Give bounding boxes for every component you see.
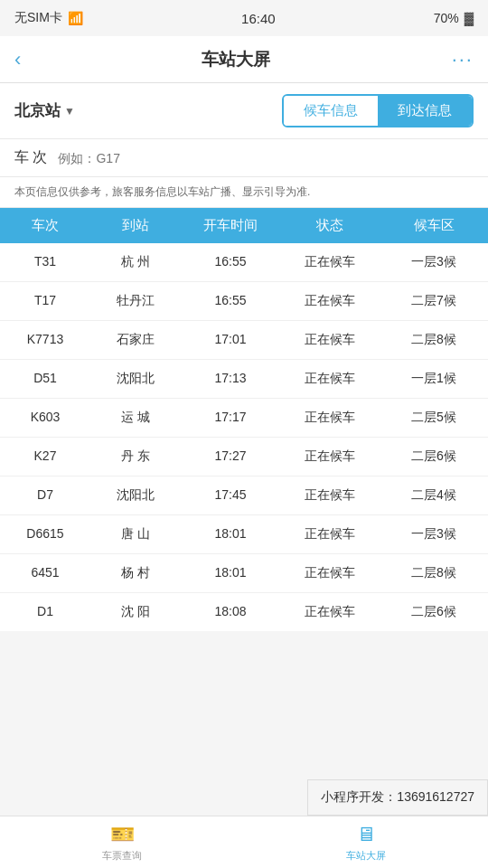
cell-time: 17:13: [181, 371, 280, 387]
cell-train: T17: [0, 293, 90, 309]
cell-destination: 杭 州: [90, 254, 181, 270]
cell-train: D1: [0, 604, 90, 620]
table-row: K27 丹 东 17:27 正在候车 二层6候: [0, 438, 488, 476]
cell-status: 正在候车: [280, 254, 380, 270]
tab-group: 候车信息 到达信息: [282, 94, 474, 127]
tab-arrival[interactable]: 到达信息: [378, 96, 472, 126]
cell-status: 正在候车: [280, 604, 380, 620]
cell-zone: 二层8候: [380, 565, 488, 581]
cell-destination: 沈 阳: [90, 604, 181, 620]
table-row: 6451 杨 村 18:01 正在候车 二层8候: [0, 554, 488, 593]
cell-zone: 一层3候: [380, 254, 488, 270]
cell-train: D7: [0, 487, 90, 504]
header-zone: 候车区: [380, 217, 488, 234]
nav-station-label: 车站大屏: [346, 849, 386, 863]
carrier-label: 无SIM卡: [14, 10, 62, 26]
status-time: 16:40: [241, 11, 276, 26]
cell-destination: 沈阳北: [90, 371, 181, 387]
cell-train: K7713: [0, 332, 90, 348]
search-row: 车 次: [0, 139, 488, 177]
nav-ticket[interactable]: 🎫 车票查询: [0, 816, 244, 868]
cell-destination: 唐 山: [90, 526, 181, 542]
cell-train: D51: [0, 371, 90, 387]
back-button[interactable]: ‹: [14, 48, 21, 71]
cell-zone: 二层6候: [380, 604, 488, 620]
cell-destination: 石家庄: [90, 332, 181, 348]
battery-icon: ▓: [465, 11, 474, 25]
cell-train: 6451: [0, 565, 90, 581]
tab-waiting[interactable]: 候车信息: [284, 96, 378, 126]
table-row: T31 杭 州 16:55 正在候车 一层3候: [0, 243, 488, 282]
cell-time: 17:45: [181, 487, 280, 504]
cell-destination: 杨 村: [90, 565, 181, 581]
cell-destination: 丹 东: [90, 448, 181, 465]
cell-status: 正在候车: [280, 565, 380, 581]
cell-train: K603: [0, 410, 90, 426]
promo-text: 小程序开发：13691612727: [321, 789, 474, 804]
table-row: D7 沈阳北 17:45 正在候车 二层4候: [0, 476, 488, 515]
cell-status: 正在候车: [280, 332, 380, 348]
notice-text: 本页信息仅供参考，旅客服务信息以车站广播、显示引导为准.: [14, 185, 310, 198]
status-left: 无SIM卡 📶: [14, 10, 83, 26]
cell-status: 正在候车: [280, 371, 380, 387]
table-body: T31 杭 州 16:55 正在候车 一层3候 T17 牡丹江 16:55 正在…: [0, 243, 488, 631]
nav-station[interactable]: 🖥 车站大屏: [244, 816, 488, 868]
station-screen-icon: 🖥: [356, 823, 376, 846]
table-row: K603 运 城 17:17 正在候车 二层5候: [0, 399, 488, 438]
cell-status: 正在候车: [280, 293, 380, 309]
station-dropdown-icon: ▼: [64, 105, 75, 118]
header-train: 车次: [0, 217, 90, 234]
search-input[interactable]: [58, 151, 216, 165]
header-status: 状态: [280, 217, 380, 234]
cell-zone: 二层5候: [380, 410, 488, 426]
cell-time: 18:08: [181, 604, 280, 620]
cell-time: 17:17: [181, 410, 280, 426]
station-selector[interactable]: 北京站 ▼: [14, 100, 75, 121]
cell-time: 16:55: [181, 293, 280, 309]
more-button[interactable]: ···: [452, 48, 474, 71]
cell-train: D6615: [0, 526, 90, 542]
cell-destination: 牡丹江: [90, 293, 181, 309]
table-row: T17 牡丹江 16:55 正在候车 二层7候: [0, 282, 488, 321]
wifi-icon: 📶: [68, 11, 83, 25]
cell-status: 正在候车: [280, 410, 380, 426]
cell-zone: 一层3候: [380, 526, 488, 542]
top-section: 北京站 ▼ 候车信息 到达信息: [0, 83, 488, 139]
promo-overlay: 小程序开发：13691612727: [307, 779, 488, 816]
search-label: 车 次: [14, 148, 47, 167]
cell-time: 18:01: [181, 526, 280, 542]
bottom-nav: 🎫 车票查询 🖥 车站大屏: [0, 816, 488, 868]
cell-destination: 运 城: [90, 410, 181, 426]
header-destination: 到站: [90, 217, 181, 234]
page-title: 车站大屏: [202, 48, 270, 71]
table-row: D1 沈 阳 18:08 正在候车 二层6候: [0, 593, 488, 631]
notice-bar: 本页信息仅供参考，旅客服务信息以车站广播、显示引导为准.: [0, 177, 488, 208]
status-right: 70% ▓: [434, 11, 474, 25]
ticket-icon: 🎫: [110, 823, 135, 846]
cell-time: 17:27: [181, 448, 280, 465]
battery-label: 70%: [434, 11, 459, 25]
header-time: 开车时间: [181, 217, 280, 234]
cell-status: 正在候车: [280, 448, 380, 465]
cell-time: 18:01: [181, 565, 280, 581]
cell-destination: 沈阳北: [90, 487, 181, 504]
station-name: 北京站: [14, 100, 61, 121]
cell-status: 正在候车: [280, 487, 380, 504]
status-bar: 无SIM卡 📶 16:40 70% ▓: [0, 0, 488, 36]
cell-zone: 二层4候: [380, 487, 488, 504]
cell-train: T31: [0, 254, 90, 270]
table-row: D51 沈阳北 17:13 正在候车 一层1候: [0, 360, 488, 399]
cell-zone: 二层6候: [380, 448, 488, 465]
table-row: K7713 石家庄 17:01 正在候车 二层8候: [0, 321, 488, 360]
cell-train: K27: [0, 448, 90, 465]
nav-bar: ‹ 车站大屏 ···: [0, 36, 488, 83]
cell-time: 16:55: [181, 254, 280, 270]
cell-zone: 二层7候: [380, 293, 488, 309]
nav-ticket-label: 车票查询: [102, 849, 142, 863]
cell-zone: 二层8候: [380, 332, 488, 348]
cell-time: 17:01: [181, 332, 280, 348]
train-table: 车次 到站 开车时间 状态 候车区 T31 杭 州 16:55 正在候车 一层3…: [0, 208, 488, 631]
table-header: 车次 到站 开车时间 状态 候车区: [0, 208, 488, 243]
cell-zone: 一层1候: [380, 371, 488, 387]
cell-status: 正在候车: [280, 526, 380, 542]
